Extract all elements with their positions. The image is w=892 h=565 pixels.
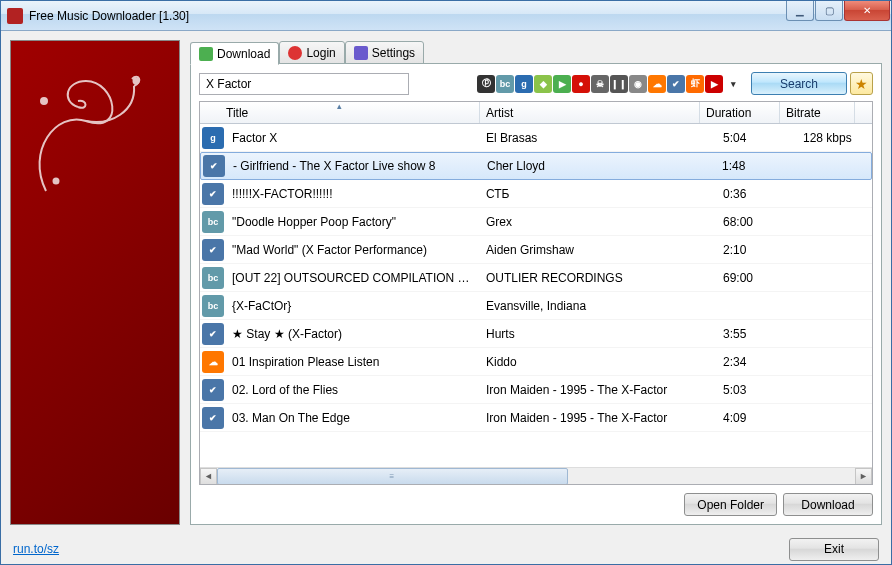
close-button[interactable]: ✕ bbox=[844, 1, 890, 21]
row-source-icon: ✔ bbox=[200, 323, 226, 345]
source-lastfm-icon[interactable]: ● bbox=[572, 75, 590, 93]
row-title: ★ Stay ★ (X-Factor) bbox=[226, 327, 480, 341]
source-audio-icon[interactable]: ◉ bbox=[629, 75, 647, 93]
table-row[interactable]: ✔02. Lord of the FliesIron Maiden - 1995… bbox=[200, 376, 872, 404]
table-row[interactable]: bc"Doodle Hopper Poop Factory"Grex68:00 bbox=[200, 208, 872, 236]
source-youtube-icon[interactable]: ▶ bbox=[705, 75, 723, 93]
source-grooveshark-icon[interactable]: g bbox=[515, 75, 533, 93]
row-duration: 69:00 bbox=[717, 271, 797, 285]
source-prostopleer-icon[interactable]: ⓟ bbox=[477, 75, 495, 93]
table-row[interactable]: ✔- Girlfriend - The X Factor Live show 8… bbox=[200, 152, 872, 180]
row-source-icon: g bbox=[200, 127, 226, 149]
favorite-button[interactable]: ★ bbox=[850, 72, 873, 95]
table-row[interactable]: gFactor XEl Brasas5:04128 kbps bbox=[200, 124, 872, 152]
tab-download[interactable]: Download bbox=[190, 42, 279, 65]
exit-button[interactable]: Exit bbox=[789, 538, 879, 561]
table-row[interactable]: ✔"Mad World" (X Factor Performance)Aiden… bbox=[200, 236, 872, 264]
tab-content: ⓟbcg◆▶●☠❙❙◉☁✔虾▶▾ Search ★ Title Artist D… bbox=[190, 63, 882, 525]
client-area: Download Login Settings ⓟbcg◆▶●☠❙❙◉☁✔虾▶▾… bbox=[1, 31, 891, 534]
tab-download-label: Download bbox=[217, 47, 270, 61]
row-artist: El Brasas bbox=[480, 131, 717, 145]
source-vk-icon[interactable]: ✔ bbox=[667, 75, 685, 93]
row-source-icon: ✔ bbox=[200, 239, 226, 261]
row-artist: Hurts bbox=[480, 327, 717, 341]
source-bandcamp-icon[interactable]: bc bbox=[496, 75, 514, 93]
tabstrip: Download Login Settings bbox=[190, 40, 882, 64]
table-header: Title Artist Duration Bitrate bbox=[200, 102, 872, 124]
row-title: 01 Inspiration Please Listen bbox=[226, 355, 480, 369]
source-imesh-icon[interactable]: ◆ bbox=[534, 75, 552, 93]
row-artist: СТБ bbox=[480, 187, 717, 201]
footer: run.to/sz Exit bbox=[1, 534, 891, 564]
search-row: ⓟbcg◆▶●☠❙❙◉☁✔虾▶▾ Search ★ bbox=[199, 72, 873, 95]
column-artist[interactable]: Artist bbox=[480, 102, 700, 123]
row-source-icon: bc bbox=[200, 267, 226, 289]
window-controls: ▁ ▢ ✕ bbox=[785, 1, 890, 21]
tab-settings[interactable]: Settings bbox=[345, 41, 424, 64]
scroll-left-arrow[interactable]: ◄ bbox=[200, 468, 217, 485]
table-row[interactable]: bc{X-FaCtOr}Evansville, Indiana bbox=[200, 292, 872, 320]
row-source-icon: ✔ bbox=[201, 155, 227, 177]
row-duration: 68:00 bbox=[717, 215, 797, 229]
maximize-button[interactable]: ▢ bbox=[815, 1, 843, 21]
row-title: {X-FaCtOr} bbox=[226, 299, 480, 313]
source-soundcloud-icon[interactable]: ☁ bbox=[648, 75, 666, 93]
source-xiami-icon[interactable]: 虾 bbox=[686, 75, 704, 93]
search-button[interactable]: Search bbox=[751, 72, 847, 95]
row-duration: 5:03 bbox=[717, 383, 797, 397]
row-artist: Evansville, Indiana bbox=[480, 299, 717, 313]
row-title: [OUT 22] OUTSOURCED COMPILATION VOL.3 bbox=[226, 271, 480, 285]
column-scroll-spacer bbox=[855, 102, 872, 123]
table-row[interactable]: bc[OUT 22] OUTSOURCED COMPILATION VOL.3O… bbox=[200, 264, 872, 292]
footer-link[interactable]: run.to/sz bbox=[13, 542, 59, 556]
download-button[interactable]: Download bbox=[783, 493, 873, 516]
sidebar-banner bbox=[10, 40, 180, 525]
app-icon bbox=[7, 8, 23, 24]
open-folder-button[interactable]: Open Folder bbox=[684, 493, 777, 516]
row-duration: 2:10 bbox=[717, 243, 797, 257]
row-title: 02. Lord of the Flies bbox=[226, 383, 480, 397]
table-row[interactable]: ✔03. Man On The EdgeIron Maiden - 1995 -… bbox=[200, 404, 872, 432]
scroll-track[interactable]: ≡ bbox=[217, 468, 855, 485]
table-body[interactable]: gFactor XEl Brasas5:04128 kbps✔- Girlfri… bbox=[200, 124, 872, 467]
app-window: Free Music Downloader [1.30] ▁ ▢ ✕ bbox=[0, 0, 892, 565]
source-mp3skull-icon[interactable]: ☠ bbox=[591, 75, 609, 93]
minimize-button[interactable]: ▁ bbox=[786, 1, 814, 21]
row-title: "Doodle Hopper Poop Factory" bbox=[226, 215, 480, 229]
source-dropdown-icon[interactable]: ▾ bbox=[724, 75, 742, 93]
column-duration[interactable]: Duration bbox=[700, 102, 780, 123]
row-artist: Grex bbox=[480, 215, 717, 229]
row-title: !!!!!!X-FACTOR!!!!!! bbox=[226, 187, 480, 201]
svg-point-2 bbox=[54, 179, 59, 184]
download-icon bbox=[199, 47, 213, 61]
source-soundcloud-alt-icon[interactable]: ❙❙ bbox=[610, 75, 628, 93]
source-icon-strip: ⓟbcg◆▶●☠❙❙◉☁✔虾▶▾ bbox=[477, 75, 742, 93]
source-youtube-green-icon[interactable]: ▶ bbox=[553, 75, 571, 93]
row-title: "Mad World" (X Factor Performance) bbox=[226, 243, 480, 257]
row-source-icon: ✔ bbox=[200, 183, 226, 205]
tab-login[interactable]: Login bbox=[279, 41, 344, 64]
titlebar[interactable]: Free Music Downloader [1.30] ▁ ▢ ✕ bbox=[1, 1, 891, 31]
horizontal-scrollbar[interactable]: ◄ ≡ ► bbox=[200, 467, 872, 484]
tab-settings-label: Settings bbox=[372, 46, 415, 60]
column-title[interactable]: Title bbox=[200, 102, 480, 123]
column-bitrate[interactable]: Bitrate bbox=[780, 102, 855, 123]
scroll-thumb[interactable]: ≡ bbox=[217, 468, 568, 485]
window-title: Free Music Downloader [1.30] bbox=[29, 9, 785, 23]
row-artist: OUTLIER RECORDINGS bbox=[480, 271, 717, 285]
row-duration: 2:34 bbox=[717, 355, 797, 369]
table-row[interactable]: ✔!!!!!!X-FACTOR!!!!!!СТБ0:36 bbox=[200, 180, 872, 208]
row-duration: 0:36 bbox=[717, 187, 797, 201]
row-bitrate: 128 kbps bbox=[797, 131, 872, 145]
row-source-icon: ☁ bbox=[200, 351, 226, 373]
row-duration: 5:04 bbox=[717, 131, 797, 145]
search-input[interactable] bbox=[199, 73, 409, 95]
tab-login-label: Login bbox=[306, 46, 335, 60]
row-source-icon: ✔ bbox=[200, 407, 226, 429]
settings-icon bbox=[354, 46, 368, 60]
row-title: 03. Man On The Edge bbox=[226, 411, 480, 425]
table-row[interactable]: ✔★ Stay ★ (X-Factor)Hurts3:55 bbox=[200, 320, 872, 348]
row-artist: Aiden Grimshaw bbox=[480, 243, 717, 257]
table-row[interactable]: ☁01 Inspiration Please ListenKiddo2:34 bbox=[200, 348, 872, 376]
scroll-right-arrow[interactable]: ► bbox=[855, 468, 872, 485]
